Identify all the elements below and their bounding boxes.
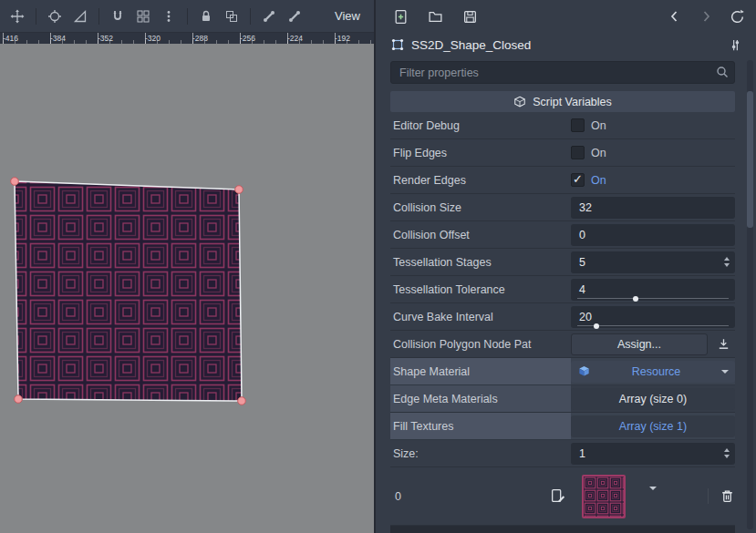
object-history-button[interactable] (727, 6, 747, 26)
open-folder-icon (428, 9, 443, 25)
move-tool-button[interactable] (5, 5, 29, 28)
inspected-object-header: SS2D_Shape_Closed (376, 33, 756, 56)
view-menu-label: View (335, 9, 360, 23)
smart-snap-button[interactable] (106, 5, 129, 28)
property-row-array-size: Size: 1 (390, 440, 735, 467)
shape-polygon[interactable] (15, 181, 242, 401)
scrollbar-thumb[interactable] (747, 91, 753, 228)
inspector-panel: SS2D_Shape_Closed (374, 0, 756, 533)
inspector-scrollbar[interactable] (747, 60, 753, 529)
skeleton-icon (262, 9, 276, 24)
history-forward-button[interactable] (696, 6, 716, 26)
lock-button[interactable] (194, 5, 218, 28)
shape-material-resource-button[interactable]: Resource (571, 361, 735, 383)
extra-resource-options-button[interactable] (725, 35, 745, 55)
tessellation-tolerance-value: 4 (579, 283, 585, 296)
inspector-content: Script Variables Editor Debug On Flip Ed… (376, 91, 756, 533)
pivot-tool-button[interactable] (43, 5, 67, 28)
node-icon (390, 37, 405, 52)
filter-properties-row (390, 61, 735, 84)
collision-offset-field[interactable]: 0 (571, 224, 735, 246)
ruler-tick-label: -384 (50, 34, 66, 43)
property-row-fill-textures: Fill Textures Array (size 1) (390, 413, 735, 440)
save-resource-button[interactable] (460, 6, 480, 26)
array-size-value: 1 (579, 447, 585, 460)
ruler-tick-label: -192 (335, 34, 350, 43)
shape-handle[interactable] (15, 395, 23, 404)
edge-meta-materials-array-button[interactable]: Array (size 0) (571, 388, 735, 410)
array-size-label: Array (size 0) (619, 393, 687, 405)
script-variables-icon (513, 96, 526, 108)
group-button[interactable] (220, 5, 243, 28)
pick-node-button[interactable] (711, 333, 735, 355)
spin-down-icon (724, 455, 730, 458)
checkbox-on-label: On (591, 147, 606, 159)
edit-script-icon (550, 488, 565, 504)
property-row-collision-polygon-node-path: Collision Polygon Node Pat Assign... (390, 331, 735, 358)
spinbox-arrows[interactable] (724, 443, 730, 465)
curve-bake-interval-slider[interactable]: 20 (571, 306, 735, 328)
fill-textures-array-button[interactable]: Array (size 1) (571, 415, 735, 437)
canvas-area[interactable] (0, 44, 374, 533)
array-size-field[interactable]: 1 (571, 443, 735, 465)
ruler-mode-icon (73, 9, 88, 24)
texture-options-button[interactable] (649, 490, 657, 503)
checkbox-on-label: On (591, 119, 606, 132)
inspected-object-title: SS2D_Shape_Closed (411, 38, 531, 52)
skeleton-options-button[interactable] (283, 5, 306, 28)
render-edges-checkbox[interactable] (571, 173, 585, 187)
ruler-mode-button[interactable] (68, 5, 92, 28)
slider-grabber[interactable] (594, 323, 599, 329)
shape-handle[interactable] (11, 178, 19, 186)
godot-editor: View -416 -384 -352 -320 -288 -256 -224 … (0, 0, 756, 533)
spinbox-arrows[interactable] (724, 251, 730, 273)
collision-size-field[interactable]: 32 (571, 197, 735, 219)
shape-handle[interactable] (235, 186, 243, 194)
view-menu-button[interactable]: View (326, 6, 368, 26)
section-script-variables[interactable]: Script Variables (390, 91, 735, 112)
chevron-down-icon (721, 370, 729, 374)
snap-options-icon (161, 9, 176, 24)
new-resource-button[interactable] (390, 6, 410, 26)
delete-element-button[interactable] (708, 488, 735, 504)
assign-node-path-button[interactable]: Assign... (571, 333, 708, 355)
ruler-tick-label: -224 (287, 34, 303, 43)
tessellation-tolerance-slider[interactable]: 4 (571, 279, 735, 301)
texture-preview-thumbnail[interactable] (582, 475, 626, 518)
slider-grabber[interactable] (633, 296, 638, 302)
next-property-partial (390, 526, 735, 533)
filter-properties-input[interactable] (390, 61, 735, 84)
smart-snap-icon (110, 9, 125, 24)
resource-cube-icon (577, 364, 591, 378)
grid-snap-button[interactable] (131, 5, 155, 28)
toolbar-separator (98, 8, 99, 25)
snap-options-button[interactable] (157, 5, 181, 28)
ruler-tick-label: -416 (3, 34, 18, 43)
inspector-toolbar (376, 0, 756, 33)
checkbox-on-label: On (591, 174, 606, 187)
ruler-tick-label: -256 (240, 34, 255, 43)
grid-snap-icon (136, 9, 150, 24)
move-tool-icon (10, 9, 25, 24)
edit-element-button[interactable] (547, 487, 567, 507)
skeleton-options-icon (287, 9, 302, 24)
property-label: Tessellation Stages (390, 249, 571, 275)
skeleton-button[interactable] (257, 5, 281, 28)
property-label: Collision Offset (390, 221, 571, 248)
history-icon (730, 9, 745, 25)
property-label: Shape Material (390, 358, 571, 384)
shape-handle[interactable] (238, 397, 246, 405)
flip-edges-checkbox[interactable] (571, 146, 585, 159)
editor-debug-checkbox[interactable] (571, 118, 585, 132)
property-label: Edge Meta Materials (390, 385, 571, 412)
toolbar-separator (36, 8, 36, 25)
load-resource-button[interactable] (425, 6, 445, 26)
history-back-button[interactable] (665, 6, 685, 26)
tessellation-stages-field[interactable]: 5 (571, 251, 735, 273)
assign-target-icon (717, 337, 730, 351)
toolbar-separator (250, 8, 251, 25)
property-label: Fill Textures (390, 413, 571, 439)
property-row-tessellation-tolerance: Tessellation Tolerance 4 (390, 276, 735, 303)
property-label: Curve Bake Interval (390, 303, 571, 330)
canvas-viewport[interactable]: View -416 -384 -352 -320 -288 -256 -224 … (0, 0, 374, 533)
